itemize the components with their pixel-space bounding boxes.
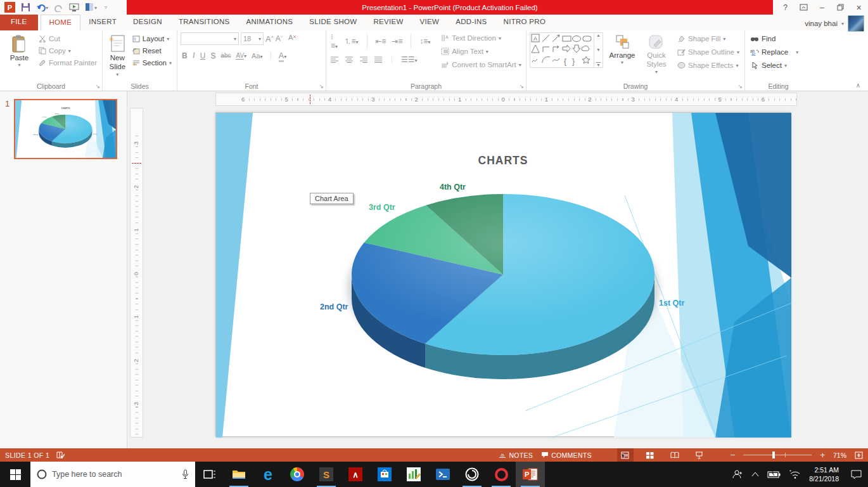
taskbar-app-task-view[interactable] — [195, 462, 224, 487]
collapse-ribbon-icon[interactable]: ∧ — [856, 82, 860, 89]
pie-label-2nd-qtr[interactable]: 2nd Qtr — [320, 302, 348, 311]
taskbar-search-box[interactable]: Type here to search — [30, 462, 195, 487]
slide-thumbnail[interactable]: CHARTS1st Qtr2nd Qtr3rd Qtr4th Qtr — [14, 99, 117, 159]
start-from-beginning-icon[interactable] — [69, 3, 79, 12]
paragraph-dialog-launcher[interactable]: ↘ — [519, 83, 524, 89]
paste-button[interactable]: Paste▾ — [3, 32, 35, 68]
copy-button[interactable]: Copy▾ — [37, 46, 99, 56]
italic-button[interactable]: I — [193, 51, 195, 60]
tab-file[interactable]: FILE — [0, 15, 38, 30]
close-button[interactable]: × — [850, 1, 868, 15]
strikethrough-button[interactable]: abc — [220, 52, 231, 59]
cut-button[interactable]: Cut — [37, 34, 99, 44]
taskbar-app-edge[interactable]: e — [253, 462, 283, 487]
minimize-button[interactable]: – — [813, 1, 831, 15]
horizontal-ruler[interactable]: 6543210123456 — [215, 93, 797, 106]
shapes-more-icon[interactable]: ▼ — [596, 62, 601, 67]
spell-check-icon[interactable] — [56, 451, 65, 459]
user-avatar[interactable] — [848, 15, 864, 32]
clipboard-dialog-launcher[interactable]: ↘ — [95, 83, 100, 89]
taskbar-app-acrobat-reader[interactable]: ∧ — [341, 462, 370, 487]
zoom-level[interactable]: 71% — [833, 451, 846, 459]
slide-canvas[interactable]: CHARTS1st Qtr2nd Qtr3rd Qtr4th Qtr Chart… — [215, 112, 791, 437]
vertical-ruler[interactable]: 3210123 — [130, 108, 143, 438]
format-painter-button[interactable]: Format Painter — [37, 58, 99, 68]
zoom-slider-thumb[interactable] — [772, 451, 775, 458]
save-icon[interactable] — [21, 3, 30, 12]
zoom-in-button[interactable]: + — [820, 450, 825, 460]
tab-transitions[interactable]: TRANSITIONS — [170, 15, 238, 30]
arrange-button[interactable]: Arrange▾ — [607, 32, 637, 66]
pie-label-3rd-qtr[interactable]: 3rd Qtr — [369, 203, 395, 212]
taskbar-app-screen-recorder[interactable] — [457, 462, 487, 487]
pie-label-4th-qtr[interactable]: 4th Qtr — [440, 183, 466, 192]
bullets-button[interactable]: ⁝≡▾ — [331, 32, 338, 50]
shape-fill-button[interactable]: Shape Fill▾ — [675, 34, 741, 44]
convert-to-smartart-button[interactable]: Convert to SmartArt▾ — [439, 60, 523, 70]
tab-animations[interactable]: ANIMATIONS — [238, 15, 302, 30]
shape-outline-button[interactable]: Shape Outline▾ — [675, 47, 741, 57]
battery-icon[interactable] — [767, 471, 781, 478]
decrease-font-size-button[interactable]: A˅ — [276, 34, 283, 43]
tab-slide-show[interactable]: SLIDE SHOW — [301, 15, 365, 30]
zoom-slider[interactable] — [743, 455, 812, 455]
line-spacing-button[interactable]: ↕≡▾ — [419, 37, 430, 46]
drawing-dialog-launcher[interactable]: ↘ — [737, 83, 743, 89]
powerpoint-logo-icon[interactable]: P — [4, 2, 15, 13]
shapes-scroll-down-icon[interactable]: ▼ — [596, 48, 601, 52]
slide-show-button[interactable] — [691, 448, 708, 462]
taskbar-app-media-editor[interactable] — [399, 462, 428, 487]
layout-button[interactable]: Layout▾ — [131, 34, 174, 44]
font-color-button[interactable]: A▾ — [279, 51, 287, 60]
quick-styles-button[interactable]: Quick Styles▾ — [641, 32, 672, 75]
taskbar-app-opera[interactable] — [487, 462, 516, 487]
wifi-icon[interactable]: * — [789, 470, 801, 479]
taskbar-app-powerpoint[interactable]: P — [516, 462, 545, 487]
notes-button[interactable]: NOTES — [499, 451, 533, 459]
undo-icon[interactable]: ▾ — [36, 3, 49, 13]
new-slide-button[interactable]: ✳ New Slide▾ — [106, 32, 129, 78]
normal-view-button[interactable] — [617, 448, 634, 462]
microphone-icon[interactable] — [182, 469, 189, 479]
people-icon[interactable] — [732, 469, 743, 479]
redo-icon[interactable] — [54, 3, 63, 12]
tab-home[interactable]: HOME — [41, 15, 81, 30]
tab-nitro-pro[interactable]: NITRO PRO — [495, 15, 554, 30]
help-button[interactable]: ? — [776, 1, 795, 15]
tab-review[interactable]: REVIEW — [365, 15, 411, 30]
font-dialog-launcher[interactable]: ↘ — [319, 83, 324, 89]
customize-qat-icon[interactable]: ▿ — [105, 4, 107, 10]
increase-font-size-button[interactable]: A˄ — [265, 34, 274, 44]
tab-add-ins[interactable]: ADD-INS — [447, 15, 495, 30]
reset-button[interactable]: Reset — [131, 46, 174, 56]
tab-insert[interactable]: INSERT — [80, 15, 125, 30]
chevron-up-icon[interactable] — [751, 472, 759, 477]
align-center-button[interactable] — [345, 56, 354, 63]
slide-sorter-view-button[interactable] — [642, 448, 658, 462]
text-direction-button[interactable]: AText Direction▾ — [439, 33, 523, 43]
pie-label-1st-qtr[interactable]: 1st Qtr — [93, 133, 97, 134]
slide-thumbnail-panel[interactable]: 1 CHARTS1st Qtr2nd Qtr3rd Qtr4th Qtr — [0, 91, 127, 448]
text-shadow-button[interactable]: S — [210, 51, 215, 60]
taskbar-app-file-explorer[interactable] — [224, 462, 253, 487]
select-button[interactable]: Select▾ — [748, 60, 808, 70]
decrease-indent-button[interactable]: ⇤≡ — [375, 37, 386, 46]
taskbar-app-chrome[interactable] — [283, 462, 312, 487]
title-bar[interactable]: Presentation1 - PowerPoint (Product Acti… — [127, 0, 773, 15]
replace-button[interactable]: abacReplace▾ — [748, 47, 808, 57]
start-button[interactable] — [0, 462, 30, 487]
align-right-button[interactable] — [360, 56, 368, 63]
taskbar-app-powershell[interactable] — [428, 462, 457, 487]
bold-button[interactable]: B — [182, 51, 188, 60]
tab-design[interactable]: DESIGN — [125, 15, 170, 30]
justify-button[interactable] — [374, 56, 383, 63]
fit-slide-to-window-icon[interactable] — [855, 451, 863, 459]
find-button[interactable]: Find — [748, 34, 808, 44]
shape-effects-button[interactable]: Shape Effects▾ — [675, 60, 741, 70]
pie-label-4th-qtr[interactable]: 4th Qtr — [54, 112, 59, 114]
ribbon-display-options-button[interactable] — [795, 1, 813, 15]
zoom-out-button[interactable]: − — [731, 450, 736, 460]
pie-label-2nd-qtr[interactable]: 2nd Qtr — [34, 134, 39, 135]
restore-button[interactable] — [831, 1, 850, 15]
display-settings-icon[interactable]: ▾ — [85, 3, 99, 13]
